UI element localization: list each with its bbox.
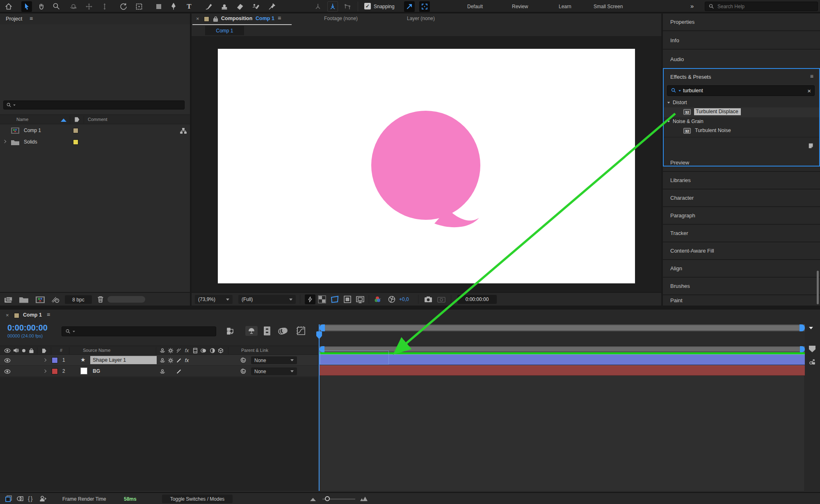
sidebar-item-paragraph[interactable]: Paragraph [663,207,820,225]
playhead-line[interactable] [319,324,320,491]
viewer-tab-footage[interactable]: Footage (none) [324,16,358,21]
layer-visibility-eye-icon[interactable] [4,369,11,374]
timeline-zoom-slider-knob[interactable] [325,496,330,501]
parent-dropdown[interactable]: None [251,356,297,364]
sidebar-item-tracker[interactable]: Tracker [663,225,820,242]
quality-switch-icon[interactable] [176,369,182,374]
proxy-icon[interactable] [16,495,24,502]
work-area-bar[interactable] [320,346,805,352]
snapping-checkbox[interactable]: ✓ [364,3,371,9]
search-options-caret[interactable] [678,90,681,91]
label-color-swatch[interactable] [73,139,78,145]
comp-canvas[interactable] [218,49,635,283]
effects-item-turbulent-displace[interactable]: 32 Turbulent Displace [664,107,819,117]
layer-name[interactable]: BG [93,368,100,374]
quality-switch-icon[interactable] [176,358,182,363]
show-snapshot-button[interactable] [437,295,446,303]
resolution-dropdown[interactable]: (Full) [238,295,296,304]
shy-switch-icon[interactable] [160,369,165,374]
group-expanded-caret[interactable] [667,121,670,123]
viewer-tab-comp-name[interactable]: Comp 1 [256,16,274,21]
close-tab-icon[interactable]: × [196,16,199,22]
sidebar-item-libraries[interactable]: Libraries [663,172,820,189]
sidebar-item-brushes[interactable]: Brushes [663,278,820,295]
sidebar-item-info[interactable]: Info [663,32,820,50]
workspace-small-screen[interactable]: Small Screen [594,4,623,9]
layer-row-bg[interactable]: 2 BG None [0,366,318,377]
sidebar-item-audio[interactable]: Audio [663,50,820,68]
sidebar-item-properties[interactable]: Properties [663,14,820,31]
current-timecode[interactable]: 0:00:00:00 [7,323,48,333]
composition-mini-flowchart-icon[interactable] [226,327,237,336]
orbit-camera-tool[interactable] [68,1,79,12]
work-area-end-handle[interactable] [800,346,805,352]
zoom-tool[interactable] [51,1,62,12]
project-footer-scrollbar[interactable] [107,296,145,303]
zoom-out-mountain-icon[interactable] [310,498,316,501]
workspace-review[interactable]: Review [512,4,528,9]
workspace-default[interactable]: Default [467,4,483,9]
source-name-column-label[interactable]: Source Name [83,348,110,353]
comp-marker-bin-caret[interactable] [809,327,813,329]
layer-label-swatch[interactable] [52,357,58,363]
timeline-tab-label[interactable]: Comp 1 [23,312,42,318]
motion-blur-icon[interactable] [278,326,289,336]
trash-icon[interactable] [97,295,104,303]
new-composition-icon[interactable] [35,296,45,303]
parent-link-column-label[interactable]: Parent & Link [241,348,268,353]
dolly-camera-tool[interactable] [99,1,110,12]
comp-label-swatch[interactable] [14,313,19,318]
bit-depth-button[interactable]: 8 bpc [65,295,92,304]
clone-stamp-tool[interactable] [219,1,230,12]
help-search-input[interactable] [717,4,808,9]
comp-marker-button[interactable] [809,346,815,352]
frame-blending-icon[interactable] [263,326,272,336]
effects-search-input[interactable] [683,88,794,94]
parent-pick-whip-icon[interactable] [240,368,247,374]
roto-brush-tool[interactable] [250,1,261,12]
timeline-tab-menu-icon[interactable]: ≡ [47,311,50,318]
parent-pick-whip-icon[interactable] [240,357,247,363]
search-options-caret[interactable] [13,104,16,106]
shy-switch-icon[interactable] [160,358,165,363]
layer-visibility-eye-icon[interactable] [4,358,11,363]
render-queue-icon[interactable] [5,495,12,502]
layer-name-selected[interactable]: Shape Layer 1 [90,356,157,364]
speech-bubble-shape[interactable] [218,49,635,283]
project-row-solids[interactable]: Solids [0,137,190,148]
comp-mini-flowchart-side-icon[interactable] [809,359,815,365]
effects-panel-menu-icon[interactable]: ≡ [810,73,813,80]
graph-editor-icon[interactable] [296,326,306,336]
project-settings-icon[interactable] [51,296,61,304]
sidebar-item-paint[interactable]: Paint [663,295,820,306]
workspace-learn[interactable]: Learn [559,4,571,9]
viewer-tab-layer[interactable]: Layer (none) [407,16,435,21]
mask-visibility-button[interactable] [343,295,352,303]
exposure-value[interactable]: +0,0 [399,296,409,302]
toggle-switches-modes-button[interactable]: Toggle Switches / Modes [162,495,233,503]
sidebar-item-align[interactable]: Align [663,260,820,278]
sidebar-item-character[interactable]: Character [663,189,820,207]
fast-previews-button[interactable] [305,294,315,304]
home-button[interactable] [3,1,14,12]
camera-tool[interactable] [134,1,144,12]
project-row-comp1[interactable]: Comp 1 [0,125,190,136]
puppet-pin-tool[interactable] [267,1,277,12]
snap-along-edges-button[interactable] [404,1,415,12]
effects-presets-title[interactable]: Effects & Presets [670,74,711,80]
effects-group-noise-grain[interactable]: Noise & Grain [664,117,819,126]
pan-camera-tool[interactable] [84,1,94,12]
project-item-name[interactable]: Solids [24,139,37,145]
search-options-caret[interactable] [73,331,75,332]
view-axis-mode[interactable] [342,1,353,12]
layer-bar-shape-layer-1[interactable] [320,354,805,365]
world-axis-mode[interactable] [327,1,338,12]
navigator-start-handle[interactable] [320,324,325,331]
time-navigator-bar[interactable] [320,324,805,331]
unlock-icon[interactable] [213,16,218,22]
effects-group-distort[interactable]: Distort [664,98,819,107]
timeline-search-input[interactable] [77,328,204,335]
time-ruler[interactable] [320,331,805,346]
project-search-input[interactable] [17,102,173,108]
transparency-grid-button[interactable] [318,295,326,303]
